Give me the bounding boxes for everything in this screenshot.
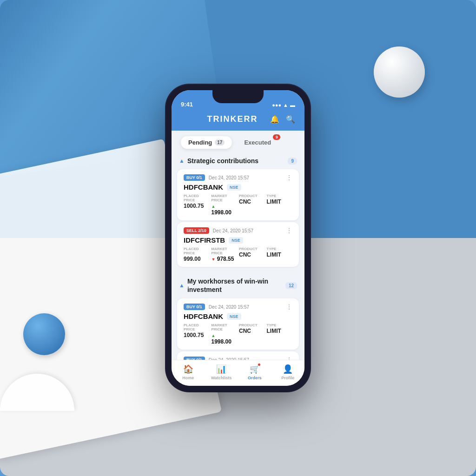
order-top-row-2: SELL 2/10 Dec 24, 2020 15:57 ⋮ [184, 227, 292, 234]
search-icon[interactable]: 🔍 [286, 115, 295, 124]
type-col-3: TYPE LIMIT [267, 323, 293, 345]
market-price-col-3: MARKET PRICE ▲ 1998.00 [212, 323, 238, 345]
type-value-2: LIMIT [267, 251, 293, 258]
market-price-col-2: MARKET PRICE ▼ 978.55 [212, 247, 238, 262]
order-badge-row-4: BUY 0/1 Dec 24, 2020 15:57 [184, 357, 249, 360]
market-price-col: MARKET PRICE ▲ 1998.00 [212, 194, 238, 216]
stock-name: HDFCBANK [184, 183, 223, 191]
market-price-value-2: ▼ 978.55 [212, 256, 238, 262]
nav-watchlists[interactable]: 📊 Watchlists [205, 364, 238, 380]
order-stock-row-2: IDFCFIRSTB NSE [184, 236, 292, 244]
profile-icon: 👤 [283, 364, 293, 374]
order-badge-row-3: BUY 0/1 Dec 24, 2020 15:57 [184, 304, 249, 310]
tab-executed-label: Executed [244, 139, 271, 146]
nav-orders[interactable]: 🛒 Orders [238, 364, 271, 380]
order-details-row-2: PLACED PRICE 999.00 MARKET PRICE ▼ 978.5… [184, 247, 292, 262]
placed-price-label-2: PLACED PRICE [184, 247, 210, 255]
signal-icon: ●●● [272, 102, 281, 108]
exchange-badge-3: NSE [227, 313, 241, 320]
nav-orders-label: Orders [248, 376, 262, 380]
placed-price-label: PLACED PRICE [184, 194, 210, 202]
collapse-icon-workhorses[interactable]: ▲ [179, 282, 185, 289]
section-strategic-header: ▲ Strategic contributions 9 [172, 152, 304, 167]
placed-price-value: 1000.75 [184, 203, 210, 209]
product-col-2: PRODUCT CNC [239, 247, 265, 262]
exchange-badge-2: NSE [229, 237, 243, 244]
order-badge-row-2: SELL 2/10 Dec 24, 2020 15:57 [184, 227, 253, 234]
section-workhorses-title: My workhorses of win-win investment [187, 277, 271, 294]
order-top-row: BUY 0/1 Dec 24, 2020 15:57 ⋮ [184, 174, 292, 181]
status-icons: ●●● ▲ ▬ [272, 102, 295, 108]
buy-badge-3: BUY 0/1 [184, 357, 205, 360]
watchlists-icon: 📊 [216, 364, 226, 374]
order-menu-icon[interactable]: ⋮ [286, 174, 292, 181]
product-label: PRODUCT [239, 194, 265, 198]
section-workhorses-title-row: ▲ My workhorses of win-win investment [179, 277, 271, 294]
market-price-value-3: ▲ 1998.00 [212, 332, 238, 345]
product-col: PRODUCT CNC [239, 194, 265, 216]
order-card-hdfcbank-buy-1: BUY 0/1 Dec 24, 2020 15:57 ⋮ HDFCBANK NS… [177, 169, 299, 220]
order-details-row: PLACED PRICE 1000.75 MARKET PRICE ▲ 1998… [184, 194, 292, 216]
app-header: TRINKERR 🔔 🔍 [172, 111, 304, 131]
type-value-3: LIMIT [267, 328, 293, 334]
market-price-label-3: MARKET PRICE [212, 323, 238, 331]
app-title: TRINKERR [207, 114, 258, 124]
battery-icon: ▬ [290, 102, 295, 108]
circle-blue-decoration [23, 313, 65, 355]
wifi-icon: ▲ [283, 102, 288, 108]
order-menu-icon-2[interactable]: ⋮ [286, 227, 292, 234]
type-label-3: TYPE [267, 323, 293, 327]
market-price-label: MARKET PRICE [212, 194, 238, 202]
order-menu-icon-3[interactable]: ⋮ [286, 303, 292, 311]
sphere-white-decoration [374, 46, 425, 98]
type-label-2: TYPE [267, 247, 293, 251]
product-value-2: CNC [239, 251, 265, 258]
product-value-3: CNC [239, 328, 265, 334]
collapse-icon-strategic[interactable]: ▲ [179, 158, 185, 164]
product-value: CNC [239, 198, 265, 205]
nav-profile[interactable]: 👤 Profile [271, 364, 305, 380]
tab-pending-label: Pending [188, 139, 212, 146]
sell-badge: SELL 2/10 [184, 227, 209, 234]
header-icons: 🔔 🔍 [270, 115, 295, 124]
stock-name-2: IDFCFIRSTB [184, 236, 225, 244]
order-card-idfcfirstb-sell: SELL 2/10 Dec 24, 2020 15:57 ⋮ IDFCFIRST… [177, 222, 299, 267]
status-time: 9:41 [181, 101, 193, 108]
nav-home-label: Home [182, 376, 194, 380]
order-date: Dec 24, 2020 15:57 [209, 175, 249, 180]
tab-bar: Pending 17 Executed 9 [172, 131, 304, 152]
order-menu-icon-4[interactable]: ⋮ [286, 356, 292, 360]
placed-price-col-2: PLACED PRICE 999.00 [184, 247, 210, 262]
tab-pending[interactable]: Pending 17 [181, 136, 232, 149]
order-card-idfcfirstb-buy: BUY 0/1 Dec 24, 2020 15:57 ⋮ IDFCFIRSTB … [177, 351, 299, 360]
order-stock-row-3: HDFCBANK NSE [184, 312, 292, 320]
tab-executed-badge: 9 [273, 134, 280, 140]
order-date-2: Dec 24, 2020 15:57 [213, 228, 253, 233]
phone-notch [212, 90, 264, 103]
buy-badge: BUY 0/1 [184, 174, 205, 181]
order-date-3: Dec 24, 2020 15:57 [209, 304, 249, 310]
orders-icon-wrap: 🛒 [250, 364, 260, 374]
bell-icon[interactable]: 🔔 [270, 115, 279, 124]
home-icon: 🏠 [183, 364, 193, 374]
market-price-label-2: MARKET PRICE [212, 247, 238, 255]
nav-profile-label: Profile [281, 376, 294, 380]
tab-pending-badge: 17 [215, 139, 225, 145]
placed-price-label-3: PLACED PRICE [184, 323, 210, 331]
type-label: TYPE [267, 194, 293, 198]
type-col: TYPE LIMIT [267, 194, 293, 216]
section-title-row: ▲ Strategic contributions [179, 157, 258, 165]
tab-executed[interactable]: Executed 9 [237, 136, 278, 149]
order-top-row-3: BUY 0/1 Dec 24, 2020 15:57 ⋮ [184, 303, 292, 311]
market-price-value: ▲ 1998.00 [212, 203, 238, 216]
section-workhorses-badge: 12 [285, 282, 297, 289]
placed-price-value-2: 999.00 [184, 256, 210, 262]
stock-name-3: HDFCBANK [184, 312, 223, 320]
order-card-hdfcbank-buy-2: BUY 0/1 Dec 24, 2020 15:57 ⋮ HDFCBANK NS… [177, 298, 299, 350]
placed-price-col-3: PLACED PRICE 1000.75 [184, 323, 210, 345]
scroll-content[interactable]: ▲ Strategic contributions 9 BUY 0/1 Dec … [172, 152, 304, 360]
nav-home[interactable]: 🏠 Home [172, 364, 205, 380]
section-strategic-badge: 9 [288, 158, 297, 165]
product-col-3: PRODUCT CNC [239, 323, 265, 345]
phone-screen: 9:41 ●●● ▲ ▬ TRINKERR 🔔 🔍 Pendin [172, 90, 304, 386]
